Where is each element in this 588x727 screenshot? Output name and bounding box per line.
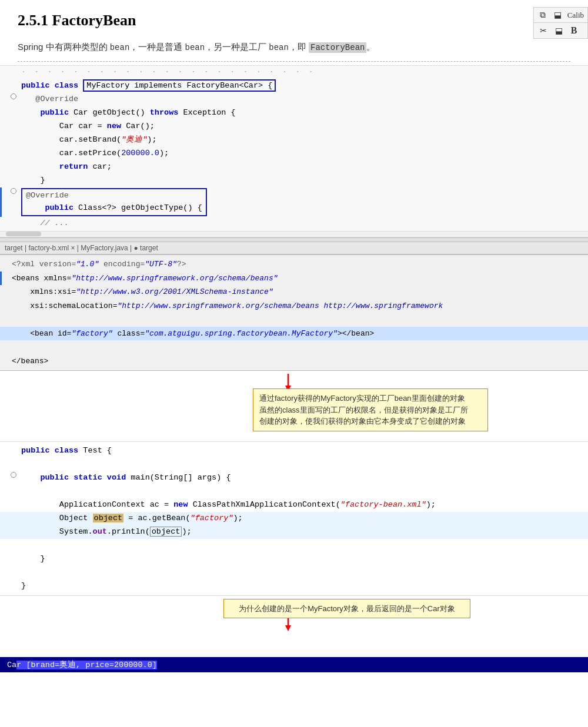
test-kw-static: static <box>74 473 102 482</box>
xml-beans-open: <beans xmlns="http://www.springframework… <box>12 274 278 283</box>
page-title: 2.5.1 FactoryBean <box>18 12 570 29</box>
test-line-blank1 <box>0 458 588 471</box>
method-getobject: getObject() <box>93 108 145 117</box>
annotation-override1: @Override <box>21 95 78 103</box>
test-content-ac: ApplicationContext ac = new ClassPathXml… <box>19 499 588 511</box>
copy-button[interactable]: ⧉ <box>537 9 548 21</box>
str-brand: "奥迪" <box>121 135 147 144</box>
getobjecttype-boxed: @Override public Class<?> getObjectType(… <box>21 188 207 216</box>
code-content-setbrand: car.setBrand("奥迪"); <box>19 134 588 146</box>
xml-line-1: <?xml version="1.0" encoding="UTF-8"?> <box>0 257 588 272</box>
code-line-carcar: Car car = new Car(); <box>0 120 588 133</box>
code-block-test: public class Test { public static void m… <box>0 441 588 595</box>
test-line-object: Object object = ac.getBean("factory"); <box>0 512 588 525</box>
annotation-box-2: 为什么创建的是一个MyFactory对象，最后返回的是一个Car对象 <box>223 599 470 619</box>
format-button[interactable]: ⬓ <box>553 25 565 37</box>
collapse-circle-3[interactable] <box>11 472 16 478</box>
test-line-blank4 <box>0 566 588 579</box>
toolbar: ⧉ ⬓ Calib ✂ ⬓ B <box>533 7 588 39</box>
factory-bean-highlight: FactoryBean <box>309 42 366 53</box>
paste-button[interactable]: ⬓ <box>552 9 564 21</box>
scrollbar-thumb <box>6 232 41 236</box>
test-line-ac: ApplicationContext ac = new ClassPathXml… <box>0 498 588 512</box>
header-section: ⧉ ⬓ Calib ✂ ⬓ B 2.5.1 FactoryBean Spring… <box>0 0 588 60</box>
xml-declaration: <?xml version="1.0" encoding="UTF-8"?> <box>12 260 186 269</box>
kw-public2: public <box>40 108 69 117</box>
code-line-override2: @Override public Class<?> getObjectType(… <box>0 187 588 217</box>
test-line-close-class: } <box>0 579 588 593</box>
test-content-println: System.out.println(object); <box>19 526 588 538</box>
code-content-class: public class MyFactory implements Factor… <box>19 80 588 92</box>
kw-throws: throws <box>150 108 179 117</box>
var-object-println: object <box>150 527 182 537</box>
test-line-blank3 <box>0 539 588 552</box>
bold-button[interactable]: B <box>569 24 580 37</box>
code-content-carcar: Car car = new Car(); <box>19 120 588 133</box>
test-content-main: public static void main(String[] args) { <box>19 472 588 484</box>
collapse-circle-2[interactable] <box>11 188 16 194</box>
code-content-return: return car; <box>19 161 588 173</box>
code-line-setprice: car.setPrice(200000.0); <box>0 147 588 160</box>
test-str-factory: "factory" <box>191 514 233 522</box>
collapse-circle-1[interactable] <box>11 93 16 99</box>
code-content-dots: · · · · · · · · · · · · · · · · · · · · … <box>19 66 588 79</box>
code-line-comment: // ... <box>0 217 588 230</box>
annotation-override2: @Override <box>26 191 69 200</box>
gutter-override1 <box>5 93 19 99</box>
test-content-close-class: } <box>19 580 588 592</box>
test-content-close-main: } <box>19 553 588 565</box>
test-line-class: public class Test { <box>0 444 588 458</box>
annotation-area-2: 为什么创建的是一个MyFactory对象，最后返回的是一个Car对象 <box>0 596 588 655</box>
cut-button[interactable]: ✂ <box>537 25 549 37</box>
code-block-myfactory: · · · · · · · · · · · · · · · · · · · · … <box>0 65 588 237</box>
test-kw-void: void <box>107 473 126 482</box>
test-content-object: Object object = ac.getBean("factory"); <box>19 512 588 525</box>
test-content-blank2 <box>19 485 588 498</box>
blue-bar <box>0 187 2 217</box>
code-line-override1: @Override <box>0 93 588 106</box>
xml-line-4: xsi:schemaLocation="http://www.springfra… <box>0 299 588 313</box>
scrollbar-h[interactable] <box>0 231 588 237</box>
test-line-close-main: } <box>0 552 588 566</box>
output-selected: r [brand=奥迪, price=200000.0] <box>16 661 157 669</box>
class-name-boxed: MyFactory implements FactoryBean<Car> { <box>83 79 276 92</box>
code-content-getobject: public Car getObject() throws Exception … <box>19 107 588 119</box>
kw-public3: public <box>45 203 74 212</box>
kw-public: public <box>21 81 50 90</box>
test-line-println: System.out.println(object); <box>0 525 588 539</box>
page-container: ⧉ ⬓ Calib ✂ ⬓ B 2.5.1 FactoryBean Spring… <box>0 0 588 672</box>
comment-text: // ... <box>40 219 69 227</box>
test-content-class: public class Test { <box>19 445 588 457</box>
test-kw-public2: public <box>40 473 69 482</box>
code-line-class: public class MyFactory implements Factor… <box>0 79 588 93</box>
test-line-blank2 <box>0 485 588 498</box>
code-content-override1: @Override <box>19 93 588 106</box>
xml-line-5 <box>0 313 588 327</box>
code-line-setbrand: car.setBrand("奥迪"); <box>0 133 588 147</box>
xml-section: <?xml version="1.0" encoding="UTF-8"?> <… <box>0 254 588 371</box>
section-divider <box>0 237 588 242</box>
test-kw-public: public <box>21 446 50 455</box>
code-content-comment: // ... <box>19 217 588 230</box>
xml-line-6 <box>0 340 588 354</box>
test-str-xml: "factory-bean.xml" <box>340 500 426 509</box>
code-line-dots: · · · · · · · · · · · · · · · · · · · · … <box>0 66 588 79</box>
code-content-close1: } <box>19 175 588 187</box>
separator-1 <box>18 61 570 62</box>
subtitle-text: Spring 中有两种类型的 bean，一种是普通 bean，另一种是工厂 be… <box>18 40 570 54</box>
annotation-area-1: 通过factory获得的MyFactory实现的工厂bean里面创建的对象 虽然… <box>0 371 588 441</box>
code-inline-bean: bean <box>110 43 130 52</box>
code-line-close1: } <box>0 174 588 187</box>
tabs-bar[interactable]: target | factory-b.xml × | MyFactory.jav… <box>0 242 588 254</box>
toolbar-row-1: ⧉ ⬓ Calib <box>534 8 587 23</box>
annotation-box-1: 通过factory获得的MyFactory实现的工厂bean里面创建的对象 虽然… <box>253 388 488 431</box>
kw-class: class <box>55 81 79 90</box>
font-label: Calib <box>567 11 584 20</box>
test-content-blank4 <box>19 567 588 579</box>
test-content-blank1 <box>19 458 588 471</box>
toolbar-row-2: ✂ ⬓ B <box>534 23 587 38</box>
kw-new: new <box>107 122 121 130</box>
kw-out: out <box>93 527 107 536</box>
output-line: Car [brand=奥迪, price=200000.0] <box>0 657 588 672</box>
code-inline-bean2: bean <box>185 43 205 52</box>
